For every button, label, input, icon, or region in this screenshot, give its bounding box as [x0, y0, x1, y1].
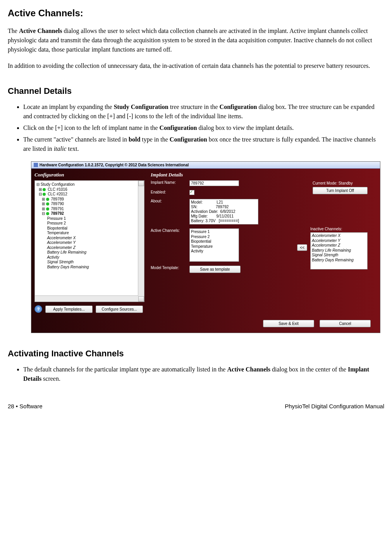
hardware-config-screenshot: Hardware Configuration 1.0.2.1572, Copyr…	[31, 161, 380, 333]
text: type in the	[140, 136, 170, 143]
text-bold: Configuration	[220, 104, 257, 110]
about-box: Model: L21 SN: 789792 Activation Date: 6…	[189, 199, 258, 225]
list-item[interactable]: Pressure 2	[191, 235, 237, 240]
about-key: Activation Date:	[191, 209, 218, 214]
tree-channel-inactive[interactable]: Activity	[47, 255, 59, 259]
about-val: [========]	[219, 219, 239, 223]
list-item[interactable]: Signal Strength	[312, 253, 366, 258]
tree-item-selected[interactable]: 789792	[51, 211, 64, 216]
tree-item[interactable]: CLC #1016	[48, 187, 67, 192]
about-key: Battery: 3.70V	[191, 219, 215, 223]
turn-implant-off-button[interactable]: Turn Implant Off	[313, 187, 368, 194]
list-item[interactable]: Battery Life Remaining	[312, 248, 366, 253]
help-icon[interactable]: ?	[34, 305, 42, 313]
save-as-template-button[interactable]: Save as template	[189, 266, 241, 273]
move-channel-left-button[interactable]: <<	[297, 244, 307, 251]
list-item[interactable]: Activity	[191, 249, 237, 254]
vertical-scrollbar[interactable]	[138, 181, 144, 302]
active-channels-listbox[interactable]: Pressure 1 Pressure 2 Biopotential Tempe…	[189, 228, 239, 262]
status-dot-icon	[43, 193, 46, 196]
about-val: 789792	[216, 205, 229, 209]
status-dot-icon	[46, 198, 49, 201]
tree-channel[interactable]: Pressure 1	[47, 216, 66, 221]
text: tree structure in the	[168, 104, 220, 110]
text-bold: Configuration	[170, 136, 207, 143]
list-item: The default channels for the particular …	[23, 365, 384, 383]
bullet-list-2: The default channels for the particular …	[23, 365, 384, 383]
about-key: Model:	[191, 200, 203, 204]
implant-name-input[interactable]: 789792	[189, 180, 239, 186]
text: dialog box to view the implant details.	[197, 124, 294, 131]
tree-item[interactable]: CLC #2012	[48, 192, 67, 196]
text-bold: bold	[129, 136, 140, 143]
status-dot-icon	[46, 212, 49, 215]
tree-channel-inactive[interactable]: Signal Strength	[47, 260, 74, 264]
text-bold: Configuration	[160, 124, 197, 131]
text: screen.	[41, 375, 60, 382]
tree-item[interactable]: 789789	[51, 197, 64, 201]
tree-channel[interactable]: Pressure 2	[47, 221, 66, 225]
tree-item[interactable]: 789790	[51, 202, 64, 206]
list-item[interactable]: Battery Days Remaining	[312, 258, 366, 263]
about-key: SN:	[191, 205, 198, 209]
tree-channel-inactive[interactable]: Battery Life Remaining	[47, 250, 86, 254]
configuration-panel-label: Configuration	[34, 172, 144, 178]
text: The current "active" channels are listed…	[23, 136, 129, 143]
enabled-label: Enabled:	[151, 190, 189, 194]
window-icon	[34, 163, 38, 167]
cancel-button[interactable]: Cancel	[320, 320, 371, 327]
status-dot-icon	[43, 188, 46, 191]
paragraph-2: In addition to avoiding the collection o…	[8, 61, 384, 71]
footer-manual-title: PhysioTel Digital Configuration Manual	[285, 403, 384, 409]
status-dot-icon	[46, 207, 49, 211]
text-italic: italic	[54, 145, 67, 152]
configuration-tree[interactable]: ⊟ Study Configuration ⊞ CLC #1016 ⊟ CLC …	[34, 180, 144, 302]
about-key: Mfg Date:	[191, 214, 208, 218]
tree-item[interactable]: Study Configuration	[41, 182, 75, 187]
text: Locate an implant by expanding the	[23, 104, 114, 110]
list-item[interactable]: Biopotential	[191, 239, 237, 244]
text: The	[8, 28, 19, 34]
about-label: About:	[151, 199, 189, 203]
about-val: L21	[217, 200, 223, 204]
list-item: Locate an implant by expanding the Study…	[23, 102, 384, 121]
window-titlebar[interactable]: Hardware Configuration 1.0.2.1572, Copyr…	[31, 162, 380, 169]
paragraph-1: The Active Channels dialog allows the us…	[8, 26, 384, 54]
horizontal-scrollbar[interactable]	[35, 295, 138, 302]
text: dialog allows the user to select which d…	[8, 28, 372, 53]
list-item[interactable]: Pressure 1	[191, 230, 237, 235]
text: text.	[67, 145, 79, 152]
heading-activating-inactive: Activating Inactive Channels	[8, 349, 384, 359]
text-bold: Active Channels	[227, 366, 270, 373]
save-and-exit-button[interactable]: Save & Exit	[263, 320, 314, 327]
inactive-channels-label: Inactive Channels:	[310, 227, 368, 231]
tree-channel-inactive[interactable]: Accelerometer X	[47, 236, 76, 240]
tree-channel-inactive[interactable]: Battery Days Remaining	[47, 265, 89, 269]
tree-item[interactable]: 789791	[51, 207, 64, 211]
list-item[interactable]: Accelerometer Z	[312, 243, 366, 248]
list-item: Click on the [+] icon to the left of imp…	[23, 123, 384, 133]
apply-templates-button[interactable]: Apply Templates...	[45, 306, 93, 313]
active-channels-label: Active Channels:	[151, 228, 189, 233]
status-dot-icon	[46, 202, 49, 206]
heading-active-channels: Active Channels:	[8, 8, 384, 19]
enabled-checkbox[interactable]	[189, 190, 194, 195]
list-item[interactable]: Temperature	[191, 244, 237, 249]
footer-section: Software	[18, 403, 42, 409]
page-footer: 28 • Software PhysioTel Digital Configur…	[8, 403, 384, 409]
list-item[interactable]: Accelerometer Y	[312, 238, 366, 244]
current-mode-label: Current Mode: Standby	[313, 181, 368, 185]
list-item[interactable]: Accelerometer X	[312, 233, 366, 238]
tree-channel-inactive[interactable]: Accelerometer Y	[47, 240, 76, 245]
model-template-label: Model Template:	[151, 266, 189, 270]
inactive-channels-listbox[interactable]: Accelerometer X Accelerometer Y Accelero…	[310, 232, 368, 269]
heading-channel-details: Channel Details	[8, 86, 384, 96]
implant-name-label: Implant Name:	[151, 180, 189, 185]
tree-channel[interactable]: Biopotential	[47, 226, 67, 230]
text-bold: Study Configuration	[114, 104, 168, 110]
tree-channel-inactive[interactable]: Accelerometer Z	[47, 245, 75, 250]
tree-channel[interactable]: Temperature	[47, 231, 69, 235]
text: dialog box in the center of the	[270, 366, 348, 373]
bullet-list-1: Locate an implant by expanding the Study…	[23, 102, 384, 154]
configure-sources-button[interactable]: Configure Sources...	[96, 306, 143, 313]
